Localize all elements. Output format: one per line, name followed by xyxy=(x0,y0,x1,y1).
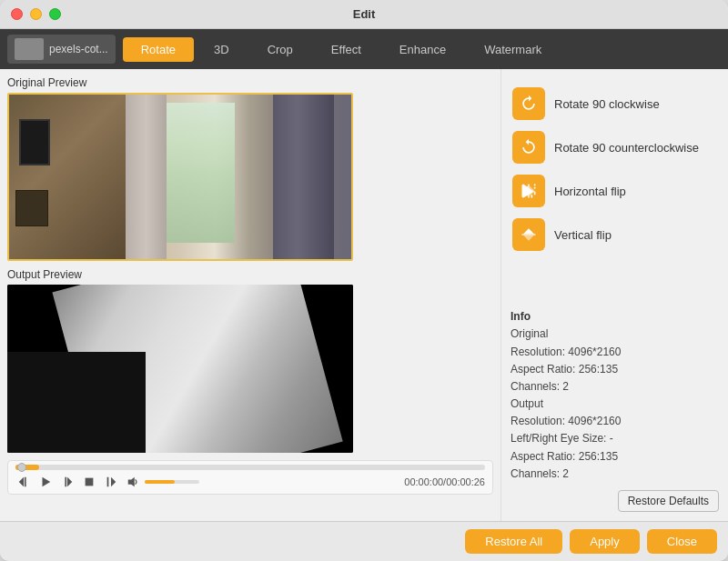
info-output-resolution: Resolution: 4096*2160 xyxy=(511,413,719,430)
maximize-window-btn[interactable] xyxy=(49,8,61,20)
svg-marker-3 xyxy=(67,477,72,487)
svg-rect-1 xyxy=(25,477,26,487)
progress-bar[interactable] xyxy=(15,465,485,470)
step-forward-icon xyxy=(61,476,74,488)
stop-btn[interactable] xyxy=(81,474,97,490)
svg-rect-7 xyxy=(107,477,109,487)
minimize-window-btn[interactable] xyxy=(30,8,42,20)
output-preview-label: Output Preview xyxy=(7,268,493,281)
flip-h-svg xyxy=(520,182,538,200)
volume-btn[interactable] xyxy=(125,474,141,490)
play-btn[interactable] xyxy=(37,474,54,490)
info-output-label: Output xyxy=(511,396,719,413)
rotate-cw-btn[interactable]: Rotate 90 clockwise xyxy=(511,85,719,122)
rotate-ccw-icon xyxy=(512,131,545,164)
file-thumbnail xyxy=(15,38,44,60)
svg-marker-8 xyxy=(128,477,135,487)
info-original-channels: Channels: 2 xyxy=(511,378,719,396)
original-preview-label: Original Preview xyxy=(7,76,493,89)
flip-v-icon xyxy=(512,218,545,251)
svg-rect-4 xyxy=(65,477,66,487)
close-window-btn[interactable] xyxy=(11,8,23,20)
rotate-cw-icon xyxy=(512,87,545,120)
main-window: Edit pexels-cot... Rotate 3D Crop Effect… xyxy=(0,0,728,561)
output-image xyxy=(7,285,353,453)
room-window xyxy=(167,103,235,243)
apply-btn[interactable]: Apply xyxy=(570,529,640,554)
rotate-ccw-btn[interactable]: Rotate 90 counterclockwise xyxy=(511,129,719,165)
svg-marker-11 xyxy=(530,185,535,196)
tab-effect[interactable]: Effect xyxy=(313,37,379,62)
output-dark-area xyxy=(7,352,146,453)
room-tv-area xyxy=(9,95,129,259)
info-title: Info xyxy=(511,308,719,326)
room-tv xyxy=(19,119,50,165)
tab-rotate[interactable]: Rotate xyxy=(123,37,194,62)
room-background xyxy=(9,95,351,259)
rotate-actions: Rotate 90 clockwise Rotate 90 counterclo… xyxy=(511,85,719,253)
stop-icon xyxy=(83,476,96,488)
svg-rect-9 xyxy=(528,185,530,198)
flip-v-svg xyxy=(520,225,538,244)
step-forward-btn[interactable] xyxy=(59,474,76,490)
info-output-eye-size: Left/Right Eye Size: - xyxy=(511,430,719,447)
tab-watermark[interactable]: Watermark xyxy=(466,37,560,62)
original-preview-section: Original Preview xyxy=(7,76,493,261)
play-icon xyxy=(39,476,52,488)
rotate-cw-label: Rotate 90 clockwise xyxy=(554,97,660,111)
svg-rect-5 xyxy=(86,478,94,486)
volume-fill xyxy=(145,480,175,484)
file-tab[interactable]: pexels-cot... xyxy=(7,35,116,64)
tab-crop[interactable]: Crop xyxy=(249,37,311,62)
bottom-bar: Restore All Apply Close xyxy=(0,521,728,561)
rotate-ccw-label: Rotate 90 counterclockwise xyxy=(554,141,699,155)
flip-v-label: Vertical flip xyxy=(554,228,612,242)
skip-forward-icon xyxy=(105,476,117,488)
original-preview xyxy=(7,93,353,261)
rotate-cw-svg xyxy=(520,95,538,113)
info-original-aspect: Aspect Ratio: 256:135 xyxy=(511,361,719,378)
skip-forward-btn[interactable] xyxy=(103,474,119,490)
room-curtain-right xyxy=(273,95,335,259)
controls-row: 00:00:00/00:00:26 xyxy=(15,474,485,490)
main-content: Original Preview Output Preview xyxy=(0,69,728,521)
restore-all-btn[interactable]: Restore All xyxy=(465,529,562,554)
restore-defaults-btn[interactable]: Restore Defaults xyxy=(618,490,719,512)
titlebar: Edit xyxy=(0,0,728,29)
info-output-aspect: Aspect Ratio: 256:135 xyxy=(511,448,719,466)
flip-h-btn[interactable]: Horizontal flip xyxy=(511,173,719,209)
nav-tabs: Rotate 3D Crop Effect Enhance Watermark xyxy=(123,37,561,62)
info-section: Info Original Resolution: 4096*2160 Aspe… xyxy=(511,308,719,483)
close-btn[interactable]: Close xyxy=(647,529,717,554)
svg-marker-14 xyxy=(523,235,534,241)
svg-marker-13 xyxy=(523,228,534,234)
svg-marker-0 xyxy=(19,477,24,487)
tab-3d[interactable]: 3D xyxy=(196,37,248,62)
titlebar-buttons xyxy=(11,8,61,20)
volume-bar[interactable] xyxy=(145,480,199,484)
flip-h-icon xyxy=(512,175,545,207)
skip-back-btn[interactable] xyxy=(15,474,32,490)
info-original-label: Original xyxy=(511,326,719,343)
output-preview xyxy=(7,285,353,453)
info-original-resolution: Resolution: 4096*2160 xyxy=(511,344,719,361)
right-panel: Rotate 90 clockwise Rotate 90 counterclo… xyxy=(500,69,728,521)
output-preview-section: Output Preview xyxy=(7,268,493,453)
room-curtain-left xyxy=(126,95,167,259)
tab-enhance[interactable]: Enhance xyxy=(381,37,464,62)
video-controls: 00:00:00/00:00:26 xyxy=(7,460,493,495)
left-panel: Original Preview Output Preview xyxy=(0,69,500,521)
room-cabinet xyxy=(15,190,49,226)
time-display: 00:00:00/00:00:26 xyxy=(404,476,485,487)
svg-marker-2 xyxy=(43,477,51,487)
flip-v-btn[interactable]: Vertical flip xyxy=(511,216,719,253)
progress-dot xyxy=(17,463,26,472)
volume-section xyxy=(125,474,199,490)
window-title: Edit xyxy=(353,7,376,21)
svg-marker-6 xyxy=(111,477,116,487)
flip-h-label: Horizontal flip xyxy=(554,185,626,198)
rotate-ccw-svg xyxy=(520,138,538,156)
volume-icon xyxy=(126,476,139,488)
svg-rect-12 xyxy=(522,234,536,235)
skip-back-icon xyxy=(17,476,30,488)
